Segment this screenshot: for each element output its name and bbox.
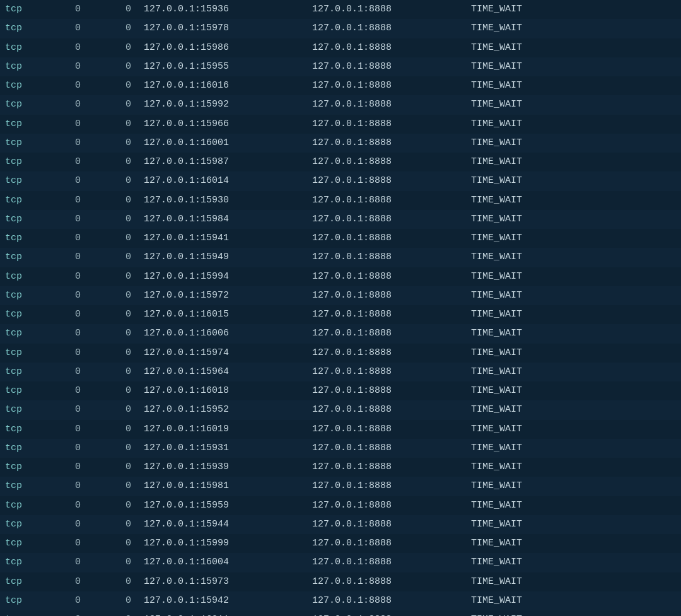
col-send: 0 [93, 230, 144, 247]
col-send: 0 [93, 116, 144, 132]
col-remote: 127.0.0.1:8888 [282, 421, 421, 438]
col-recv: 0 [43, 288, 93, 304]
col-state: TIME_WAIT [421, 554, 522, 571]
col-send: 0 [93, 249, 144, 265]
table-row: tcp 0 0 127.0.0.1:15973 127.0.0.1:8888 T… [0, 572, 681, 591]
col-remote: 127.0.0.1:8888 [282, 535, 421, 552]
table-row: tcp 0 0 127.0.0.1:15955 127.0.0.1:8888 T… [0, 57, 681, 76]
table-row: tcp 0 0 127.0.0.1:15966 127.0.0.1:8888 T… [0, 115, 681, 134]
col-local: 127.0.0.1:15974 [144, 345, 282, 361]
col-state: TIME_WAIT [421, 402, 522, 418]
col-state: TIME_WAIT [421, 135, 522, 151]
table-row: tcp 0 0 127.0.0.1:15981 127.0.0.1:8888 T… [0, 477, 681, 496]
col-recv: 0 [43, 497, 93, 514]
col-recv: 0 [43, 96, 93, 113]
col-recv: 0 [43, 402, 93, 418]
col-send: 0 [93, 154, 144, 170]
table-row: tcp 0 0 127.0.0.1:16006 127.0.0.1:8888 T… [0, 324, 681, 343]
table-row: tcp 0 0 127.0.0.1:15931 127.0.0.1:8888 T… [0, 439, 681, 458]
col-recv: 0 [43, 1, 93, 18]
col-proto: tcp [5, 59, 43, 75]
col-send: 0 [93, 269, 144, 285]
col-remote: 127.0.0.1:8888 [282, 478, 421, 494]
col-local: 127.0.0.1:15952 [144, 402, 282, 418]
col-remote: 127.0.0.1:8888 [282, 325, 421, 342]
col-proto: tcp [5, 497, 43, 514]
col-state: TIME_WAIT [421, 345, 522, 361]
table-row: tcp 0 0 127.0.0.1:16016 127.0.0.1:8888 T… [0, 76, 681, 95]
col-recv: 0 [43, 173, 93, 189]
col-remote: 127.0.0.1:8888 [282, 306, 421, 323]
col-state: TIME_WAIT [421, 516, 522, 533]
col-recv: 0 [43, 40, 93, 56]
col-local: 127.0.0.1:15942 [144, 593, 282, 609]
col-remote: 127.0.0.1:8888 [282, 364, 421, 380]
table-row: tcp 0 0 127.0.0.1:15949 127.0.0.1:8888 T… [0, 248, 681, 267]
col-state: TIME_WAIT [421, 230, 522, 247]
col-local: 127.0.0.1:15999 [144, 535, 282, 552]
col-proto: tcp [5, 345, 43, 361]
table-row: tcp 0 0 127.0.0.1:15964 127.0.0.1:8888 T… [0, 363, 681, 381]
col-send: 0 [93, 402, 144, 418]
col-recv: 0 [43, 269, 93, 285]
col-local: 127.0.0.1:15930 [144, 192, 282, 209]
col-remote: 127.0.0.1:8888 [282, 574, 421, 590]
col-state: TIME_WAIT [421, 288, 522, 304]
col-recv: 0 [43, 306, 93, 323]
col-local: 127.0.0.1:15944 [144, 516, 282, 533]
col-recv: 0 [43, 478, 93, 494]
col-state: TIME_WAIT [421, 421, 522, 438]
col-recv: 0 [43, 249, 93, 265]
col-remote: 127.0.0.1:8888 [282, 554, 421, 571]
col-state: TIME_WAIT [421, 440, 522, 456]
col-proto: tcp [5, 1, 43, 18]
col-remote: 127.0.0.1:8888 [282, 516, 421, 533]
table-row: tcp 0 0 127.0.0.1:15984 127.0.0.1:8888 T… [0, 210, 681, 229]
col-state: TIME_WAIT [421, 325, 522, 342]
col-remote: 127.0.0.1:8888 [282, 593, 421, 609]
col-local: 127.0.0.1:15955 [144, 59, 282, 75]
col-proto: tcp [5, 325, 43, 342]
col-send: 0 [93, 325, 144, 342]
col-remote: 127.0.0.1:8888 [282, 135, 421, 151]
col-recv: 0 [43, 554, 93, 571]
col-local: 127.0.0.1:15931 [144, 440, 282, 456]
col-local: 127.0.0.1:15949 [144, 249, 282, 265]
col-recv: 0 [43, 345, 93, 361]
col-recv: 0 [43, 421, 93, 438]
col-recv: 0 [43, 78, 93, 94]
col-proto: tcp [5, 230, 43, 247]
col-recv: 0 [43, 116, 93, 132]
table-row: tcp 0 0 127.0.0.1:16018 127.0.0.1:8888 T… [0, 381, 681, 400]
table-row: tcp 0 0 127.0.0.1:16001 127.0.0.1:8888 T… [0, 134, 681, 153]
table-row: tcp 0 0 127.0.0.1:15959 127.0.0.1:8888 T… [0, 496, 681, 515]
table-row: tcp 0 0 127.0.0.1:15944 127.0.0.1:8888 T… [0, 515, 681, 534]
col-remote: 127.0.0.1:8888 [282, 1, 421, 18]
col-local: 127.0.0.1:16014 [144, 173, 282, 189]
col-send: 0 [93, 421, 144, 438]
col-recv: 0 [43, 574, 93, 590]
col-local: 127.0.0.1:15994 [144, 269, 282, 285]
col-proto: tcp [5, 574, 43, 590]
table-row: tcp 0 0 127.0.0.1:15936 127.0.0.1:8888 T… [0, 0, 681, 19]
col-state: TIME_WAIT [421, 383, 522, 399]
col-state: TIME_WAIT [421, 269, 522, 285]
table-row: tcp 0 0 127.0.0.1:15939 127.0.0.1:8888 T… [0, 458, 681, 477]
col-state: TIME_WAIT [421, 249, 522, 265]
col-send: 0 [93, 288, 144, 304]
col-local: 127.0.0.1:15984 [144, 211, 282, 228]
table-row: tcp 0 0 127.0.0.1:15994 127.0.0.1:8888 T… [0, 267, 681, 286]
col-send: 0 [93, 478, 144, 494]
col-remote: 127.0.0.1:8888 [282, 59, 421, 75]
col-remote: 127.0.0.1:8888 [282, 402, 421, 418]
col-state: TIME_WAIT [421, 40, 522, 56]
col-recv: 0 [43, 211, 93, 228]
col-state: TIME_WAIT [421, 173, 522, 189]
table-row: tcp 0 0 127.0.0.1:15972 127.0.0.1:8888 T… [0, 286, 681, 305]
col-remote: 127.0.0.1:8888 [282, 78, 421, 94]
col-send: 0 [93, 59, 144, 75]
col-recv: 0 [43, 440, 93, 456]
col-local: 127.0.0.1:16019 [144, 421, 282, 438]
col-remote: 127.0.0.1:8888 [282, 211, 421, 228]
col-state: TIME_WAIT [421, 574, 522, 590]
